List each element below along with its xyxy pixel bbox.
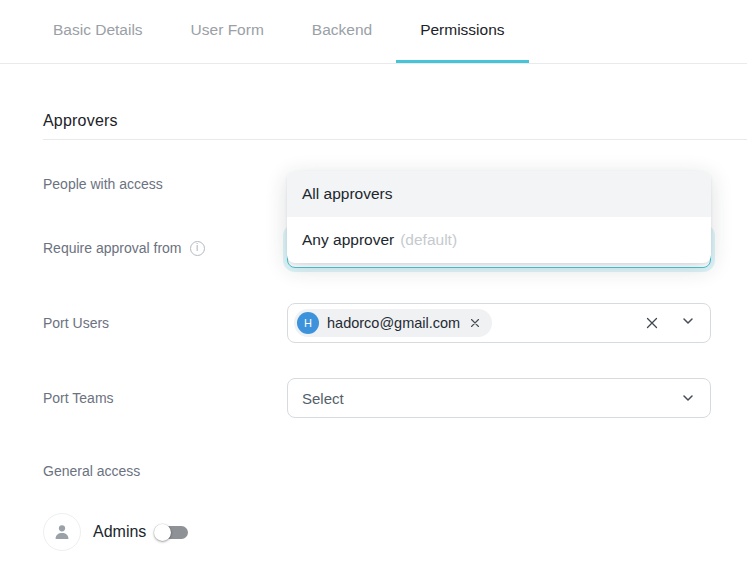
approvers-dropdown-menu: All approvers Any approver (default)	[287, 171, 711, 263]
people-with-access-label: People with access	[43, 176, 287, 192]
admins-toggle[interactable]	[154, 524, 188, 541]
field-actions	[644, 313, 696, 333]
tab-basic-details[interactable]: Basic Details	[29, 0, 167, 63]
port-users-label: Port Users	[43, 315, 287, 331]
chip-close-icon[interactable]	[468, 316, 482, 330]
dropdown-option-all-approvers[interactable]: All approvers	[287, 171, 711, 217]
avatar: H	[297, 312, 319, 334]
require-approval-label-text: Require approval from	[43, 240, 182, 256]
approvers-section-title: Approvers	[43, 112, 747, 130]
port-teams-row: Port Teams Select	[43, 378, 747, 418]
tab-user-form[interactable]: User Form	[167, 0, 288, 63]
tab-backend[interactable]: Backend	[288, 0, 396, 63]
person-icon	[43, 513, 81, 551]
general-access-label: General access	[43, 463, 747, 479]
dropdown-option-label: All approvers	[302, 185, 392, 203]
port-users-label-text: Port Users	[43, 315, 109, 331]
dropdown-option-default-suffix: (default)	[400, 231, 457, 249]
chevron-down-icon	[680, 390, 696, 406]
port-teams-select[interactable]: Select	[287, 378, 711, 418]
chevron-down-icon	[680, 313, 696, 333]
user-chip-email: hadorco@gmail.com	[327, 315, 460, 331]
port-teams-label: Port Teams	[43, 390, 287, 406]
people-with-access-label-text: People with access	[43, 176, 163, 192]
port-users-row: Port Users H hadorco@gmail.com	[43, 303, 747, 343]
permissions-page: Basic Details User Form Backend Permissi…	[0, 0, 747, 577]
port-teams-select-value: Select	[302, 390, 344, 407]
require-approval-label: Require approval from	[43, 240, 287, 256]
user-chip: H hadorco@gmail.com	[294, 309, 492, 337]
dropdown-option-label: Any approver	[302, 231, 394, 249]
tab-permissions[interactable]: Permissions	[396, 0, 528, 63]
admins-row: Admins	[43, 513, 747, 551]
port-teams-label-text: Port Teams	[43, 390, 114, 406]
port-users-select[interactable]: H hadorco@gmail.com	[287, 303, 711, 343]
admins-label: Admins	[93, 523, 146, 541]
clear-icon[interactable]	[644, 315, 660, 331]
section-divider	[43, 139, 747, 140]
info-icon[interactable]	[190, 241, 205, 256]
dropdown-option-any-approver[interactable]: Any approver (default)	[287, 217, 711, 263]
permissions-content: Approvers People with access Require app…	[0, 112, 747, 551]
toggle-knob	[154, 524, 171, 541]
tab-bar: Basic Details User Form Backend Permissi…	[0, 0, 747, 64]
